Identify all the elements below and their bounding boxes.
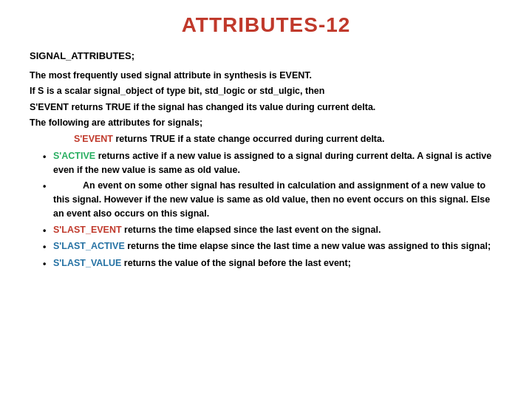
- sevent-rest: returns TRUE if a state change occurred …: [113, 134, 384, 144]
- bullet-1-rest: returns active if a new value is assigne…: [53, 151, 491, 175]
- bullet-content-3: S'LAST_EVENT returns the time elapsed si…: [53, 223, 502, 237]
- bullet-4-highlight: S'LAST_ACTIVE: [53, 241, 125, 251]
- body-text: The most frequently used signal attribut…: [30, 69, 502, 148]
- bullet-item-5: • S'LAST_VALUE returns the value of the …: [43, 256, 502, 271]
- bullet-3-highlight: S'LAST_EVENT: [53, 225, 122, 235]
- page: ATTRIBUTES-12 SIGNAL_ATTRIBUTES; The mos…: [0, 0, 532, 399]
- bullet-dot-4: •: [43, 240, 53, 254]
- body-line4: The following are attributes for signals…: [30, 116, 502, 130]
- bullet-2-rest: An event on some other signal has result…: [53, 180, 490, 219]
- body-line2: If S is a scalar signal_object of type b…: [30, 84, 502, 98]
- bullet-content-5: S'LAST_VALUE returns the value of the si…: [53, 256, 502, 270]
- bullet-dot-2: •: [43, 180, 53, 194]
- body-line1: The most frequently used signal attribut…: [30, 69, 502, 83]
- line4-prefix: The following are attributes for signals…: [30, 117, 202, 128]
- bullet-content-4: S'LAST_ACTIVE returns the time elapse si…: [53, 239, 502, 253]
- bullet-item-4: • S'LAST_ACTIVE returns the time elapse …: [43, 239, 502, 254]
- bullet-3-rest: returns the time elapsed since the last …: [122, 225, 381, 235]
- bullet-content-2: An event on some other signal has result…: [53, 179, 502, 220]
- sevent-highlight: S'EVENT: [74, 134, 113, 144]
- bullet-content-1: S'ACTIVE returns active if a new value i…: [53, 149, 502, 177]
- bullet-4-rest: returns the time elapse since the last t…: [125, 241, 491, 251]
- subtitle: SIGNAL_ATTRIBUTES;: [30, 50, 502, 61]
- bullet-dot-5: •: [43, 257, 53, 271]
- bullet-1-highlight: S'ACTIVE: [53, 151, 95, 161]
- bullet-5-rest: returns the value of the signal before t…: [121, 258, 351, 268]
- bullet-item-2: • An event on some other signal has resu…: [43, 179, 502, 220]
- bullet-dot-3: •: [43, 224, 53, 238]
- bullet-dot-1: •: [43, 150, 53, 164]
- bullet-list: • S'ACTIVE returns active if a new value…: [43, 149, 502, 273]
- bullet-item-3: • S'LAST_EVENT returns the time elapsed …: [43, 223, 502, 238]
- bullet-5-highlight: S'LAST_VALUE: [53, 258, 121, 268]
- page-title: ATTRIBUTES-12: [30, 13, 502, 37]
- bullet-item-1: • S'ACTIVE returns active if a new value…: [43, 149, 502, 177]
- body-line3: S'EVENT returns TRUE if the signal has c…: [30, 100, 502, 115]
- sevent-line: S'EVENT returns TRUE if a state change o…: [74, 132, 502, 146]
